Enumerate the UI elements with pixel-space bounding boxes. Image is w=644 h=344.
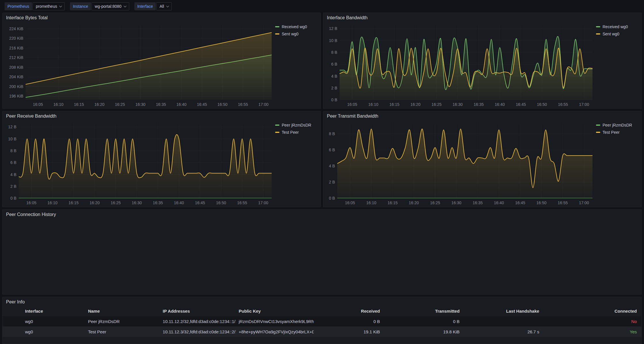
svg-text:16:20: 16:20 bbox=[94, 102, 104, 107]
peer-connection-history-chart: Test PeerPeer jRzmDsDR16:0616:1116:1616:… bbox=[5, 218, 639, 223]
column-header-received[interactable]: Received bbox=[314, 309, 383, 314]
svg-text:16:20: 16:20 bbox=[410, 102, 420, 107]
variable-value-dropdown[interactable]: wg-portal:8080 bbox=[92, 2, 129, 10]
svg-text:16:55: 16:55 bbox=[558, 200, 568, 205]
series-color-swatch bbox=[596, 132, 600, 133]
svg-text:8 B: 8 B bbox=[10, 148, 16, 153]
svg-text:4 B: 4 B bbox=[331, 74, 337, 79]
svg-text:16:55: 16:55 bbox=[237, 200, 247, 205]
svg-text:8 B: 8 B bbox=[329, 131, 335, 136]
svg-text:16:50: 16:50 bbox=[216, 200, 226, 205]
svg-text:16:45: 16:45 bbox=[195, 200, 205, 205]
series-color-swatch bbox=[275, 132, 279, 133]
legend-item[interactable]: Sent wg0 bbox=[596, 32, 639, 36]
column-header-ip-addresses[interactable]: IP Addresses bbox=[160, 309, 236, 314]
panel-interface-bytes-total: Interface Bytes Total 196 KiB200 KiB204 … bbox=[2, 13, 321, 109]
interface-bytes-total-chart: 196 KiB200 KiB204 KiB208 KiB212 KiB216 K… bbox=[5, 22, 273, 108]
svg-text:12 B: 12 B bbox=[329, 26, 337, 31]
svg-text:16:40: 16:40 bbox=[176, 102, 186, 107]
legend-label: Test Peer bbox=[282, 130, 299, 135]
cell-ip-addresses: 10.11.12.2/32,fdfd:d3ad:c0de:1234::1/128 bbox=[160, 319, 236, 324]
variable-label[interactable]: Instance bbox=[70, 2, 91, 10]
svg-text:16:15: 16:15 bbox=[388, 200, 398, 205]
panel-peer-transmit-bandwidth: Peer Transmit Bandwidth 0 B2 B4 B6 B8 B1… bbox=[323, 111, 642, 207]
panel-title[interactable]: Peer Connection History bbox=[3, 210, 641, 218]
panel-title[interactable]: Peer Transmit Bandwidth bbox=[323, 111, 641, 120]
variable-prometheus: Prometheusprometheus bbox=[5, 2, 65, 10]
panel-title[interactable]: Peer Info bbox=[3, 297, 641, 306]
svg-text:204 KiB: 204 KiB bbox=[9, 74, 23, 79]
svg-text:16:45: 16:45 bbox=[515, 200, 525, 205]
variable-value-dropdown[interactable]: prometheus bbox=[33, 2, 65, 10]
dashboard-variables: PrometheusprometheusInstancewg-portal:80… bbox=[0, 0, 644, 13]
svg-text:16:45: 16:45 bbox=[197, 102, 207, 107]
column-header-connected[interactable]: Connected bbox=[542, 309, 640, 314]
svg-text:16:45: 16:45 bbox=[516, 102, 526, 107]
svg-text:16:55: 16:55 bbox=[558, 102, 568, 107]
column-header-public-key[interactable]: Public Key bbox=[236, 309, 314, 314]
chart-legend: Received wg0Sent wg0 bbox=[594, 22, 640, 108]
legend-item[interactable]: Peer jRzmDsDR bbox=[275, 123, 318, 127]
svg-text:17:00: 17:00 bbox=[258, 102, 268, 107]
legend-item[interactable]: Received wg0 bbox=[275, 24, 318, 29]
chart-legend: Peer jRzmDsDRTest Peer bbox=[273, 120, 319, 206]
svg-text:4 B: 4 B bbox=[10, 172, 16, 177]
svg-text:16:05: 16:05 bbox=[33, 102, 43, 107]
svg-text:16:20: 16:20 bbox=[409, 200, 419, 205]
svg-text:8 B: 8 B bbox=[331, 50, 337, 55]
legend-label: Received wg0 bbox=[603, 24, 628, 29]
chart-legend: Peer jRzmDsDRTest Peer bbox=[594, 120, 640, 206]
svg-text:17:00: 17:00 bbox=[258, 200, 268, 205]
svg-text:16:10: 16:10 bbox=[53, 102, 63, 107]
legend-label: Sent wg0 bbox=[603, 32, 619, 36]
svg-text:16:35: 16:35 bbox=[153, 200, 163, 205]
svg-text:16:35: 16:35 bbox=[472, 200, 483, 205]
svg-text:6 B: 6 B bbox=[331, 62, 337, 66]
column-header-interface[interactable]: Interface bbox=[22, 309, 85, 314]
column-header-transmitted[interactable]: Transmitted bbox=[383, 309, 462, 314]
legend-label: Test Peer bbox=[603, 130, 620, 135]
svg-text:224 KiB: 224 KiB bbox=[9, 26, 23, 31]
legend-item[interactable]: Peer jRzmDsDR bbox=[596, 123, 639, 127]
variable-instance: Instancewg-portal:8080 bbox=[70, 2, 129, 10]
panel-title[interactable]: Interface Bytes Total bbox=[3, 13, 321, 22]
cell-ip-addresses: 10.11.12.3/32,fdfd:d3ad:c0de:1234::2/128 bbox=[160, 329, 236, 334]
legend-item[interactable]: Test Peer bbox=[596, 130, 639, 135]
cell-name: Test Peer bbox=[85, 329, 160, 334]
column-header-name[interactable]: Name bbox=[85, 309, 160, 314]
cell-interface: wg0 bbox=[22, 329, 85, 334]
column-header-last-handshake[interactable]: Last Handshake bbox=[462, 309, 542, 314]
panel-title[interactable]: Peer Receive Bandwidth bbox=[3, 111, 321, 120]
svg-text:16:35: 16:35 bbox=[474, 102, 484, 107]
panel-title[interactable]: Interface Bandwidth bbox=[323, 13, 641, 22]
variable-label[interactable]: Prometheus bbox=[5, 2, 32, 10]
svg-text:6 B: 6 B bbox=[329, 148, 335, 152]
legend-item[interactable]: Received wg0 bbox=[596, 24, 639, 29]
chevron-down-icon bbox=[166, 4, 169, 7]
panel-peer-receive-bandwidth: Peer Receive Bandwidth 0 B2 B4 B6 B8 B10… bbox=[2, 111, 321, 207]
legend-item[interactable]: Sent wg0 bbox=[275, 32, 318, 36]
cell-public-key: +8he+pyWH7Oa9g2FVjIxQzy04brLX+D bbox=[236, 329, 314, 334]
svg-text:17:00: 17:00 bbox=[579, 102, 589, 107]
svg-text:216 KiB: 216 KiB bbox=[9, 46, 23, 50]
svg-text:16:10: 16:10 bbox=[368, 102, 378, 107]
svg-text:16:40: 16:40 bbox=[174, 200, 184, 205]
legend-item[interactable]: Test Peer bbox=[275, 130, 318, 135]
variable-value-dropdown[interactable]: All bbox=[156, 2, 172, 10]
table-body: wg0Peer jRzmDsDR10.11.12.2/32,fdfd:d3ad:… bbox=[3, 316, 641, 337]
svg-text:16:50: 16:50 bbox=[537, 102, 547, 107]
cell-received: 19.1 KiB bbox=[314, 329, 383, 334]
svg-text:16:30: 16:30 bbox=[451, 200, 461, 205]
svg-text:16:30: 16:30 bbox=[453, 102, 463, 107]
svg-text:16:40: 16:40 bbox=[495, 102, 505, 107]
variable-value: wg-portal:8080 bbox=[95, 4, 121, 9]
svg-text:16:25: 16:25 bbox=[430, 200, 440, 205]
cell-received: 0 B bbox=[314, 319, 383, 324]
connected-status: No bbox=[542, 319, 640, 324]
chevron-down-icon bbox=[124, 4, 127, 7]
series-color-swatch bbox=[596, 125, 600, 126]
svg-text:4 B: 4 B bbox=[329, 164, 335, 168]
variable-label[interactable]: Interface bbox=[134, 2, 156, 10]
svg-text:16:15: 16:15 bbox=[68, 200, 79, 205]
svg-text:16:30: 16:30 bbox=[132, 200, 142, 205]
